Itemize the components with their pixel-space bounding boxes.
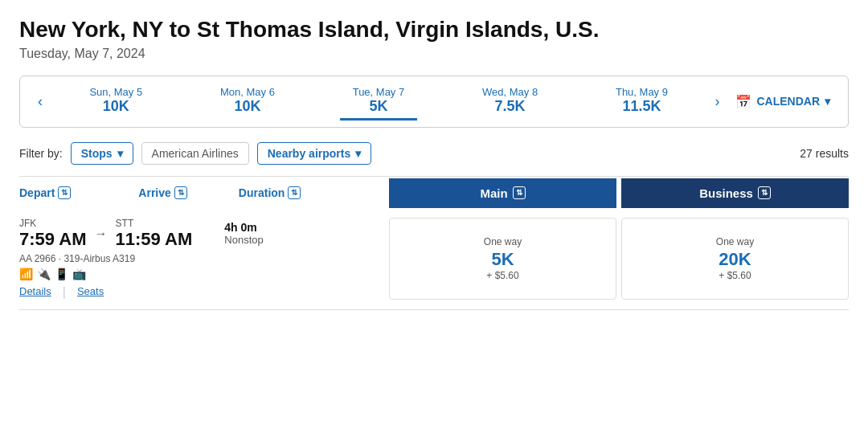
date-option[interactable]: Mon, May 6 10K <box>207 83 288 121</box>
depart-time: 7:59 AM <box>19 229 87 250</box>
arrive-time: 11:59 AM <box>116 229 193 250</box>
business-price-cell[interactable]: One way 20K + $5.60 <box>621 218 849 300</box>
seats-link[interactable]: Seats <box>77 285 104 300</box>
main-sort-icon: ⇅ <box>513 186 526 199</box>
main-column-header[interactable]: Main ⇅ <box>389 178 616 208</box>
business-price-label: One way <box>716 236 754 247</box>
date-option-price: 5K <box>369 98 387 115</box>
price-column-headers: Main ⇅ Business ⇅ <box>389 178 849 208</box>
nearby-airports-label: Nearby airports <box>268 147 350 160</box>
nearby-airports-filter-button[interactable]: Nearby airports ▾ <box>257 142 371 165</box>
depart-sort-button[interactable]: Depart ⇅ <box>19 186 71 199</box>
tv-icon: 📺 <box>72 268 86 280</box>
date-option-price: 7.5K <box>495 98 526 115</box>
main-label: Main <box>480 186 507 200</box>
date-option-price: 10K <box>103 98 129 115</box>
flights-list: JFK 7:59 AM → STT 11:59 AM 4h 0m Nonstop… <box>19 208 849 310</box>
stops-filter-button[interactable]: Stops ▾ <box>71 142 133 165</box>
date-option-label: Tue, May 7 <box>353 86 405 98</box>
calendar-button[interactable]: 📅 CALENDAR ▾ <box>727 94 838 109</box>
flight-times: JFK 7:59 AM → STT 11:59 AM 4h 0m Nonstop <box>19 218 389 250</box>
divider <box>19 176 849 177</box>
results-count: 27 results <box>800 147 849 160</box>
flight-details: AA 2966 · 319-Airbus A319 <box>19 253 389 264</box>
flight-row: JFK 7:59 AM → STT 11:59 AM 4h 0m Nonstop… <box>19 208 849 310</box>
filter-row: Filter by: Stops ▾ American Airlines Nea… <box>19 142 849 165</box>
stops-value: Nonstop <box>224 234 263 246</box>
flight-number: AA 2966 · 319-Airbus A319 <box>19 253 135 264</box>
date-option[interactable]: Tue, May 7 5K <box>340 83 418 121</box>
arrive-label: Arrive <box>138 186 170 199</box>
main-price-cell[interactable]: One way 5K + $5.60 <box>389 218 616 300</box>
page-title: New York, NY to St Thomas Island, Virgin… <box>19 16 849 43</box>
date-option-label: Thu, May 9 <box>616 86 668 98</box>
business-price-fee: + $5.60 <box>719 270 751 281</box>
airline-filter-button[interactable]: American Airlines <box>141 142 249 165</box>
date-next-button[interactable]: › <box>706 93 727 110</box>
date-option-label: Mon, May 6 <box>220 86 275 98</box>
screen-icon: 📱 <box>55 268 68 280</box>
date-option-price: 11.5K <box>622 98 661 115</box>
dest-code: STT <box>116 218 193 229</box>
date-selector-bar: ‹ Sun, May 5 10K Mon, May 6 10K Tue, May… <box>19 76 849 128</box>
duration-sort-button[interactable]: Duration ⇅ <box>239 186 301 199</box>
main-price-label: One way <box>484 236 522 247</box>
date-option[interactable]: Sun, May 5 10K <box>76 83 155 121</box>
business-price-value: 20K <box>719 249 751 270</box>
details-link[interactable]: Details <box>19 285 51 300</box>
date-option-price: 10K <box>234 98 260 115</box>
amenity-icons: 📶🔌📱📺 <box>19 268 389 280</box>
date-option[interactable]: Wed, May 8 7.5K <box>469 83 551 121</box>
flight-links: Details | Seats <box>19 285 389 300</box>
origin-code: JFK <box>19 218 87 229</box>
date-option-label: Sun, May 5 <box>89 86 142 98</box>
duration-value: 4h 0m <box>224 221 263 234</box>
main-price-fee: + $5.60 <box>486 270 518 281</box>
travel-info-header-spacer: Depart ⇅ Arrive ⇅ Duration ⇅ <box>19 178 389 208</box>
filter-label: Filter by: <box>19 147 63 160</box>
wifi-icon: 📶 <box>19 268 33 280</box>
duration-label: Duration <box>239 186 285 199</box>
duration-info: 4h 0m Nonstop <box>224 221 263 246</box>
flight-arrow-icon: → <box>95 227 108 241</box>
page-subtitle: Tuesday, May 7, 2024 <box>19 47 849 61</box>
date-options: Sun, May 5 10K Mon, May 6 10K Tue, May 7… <box>51 83 706 121</box>
calendar-label: CALENDAR <box>756 95 820 108</box>
stops-chevron-icon: ▾ <box>117 147 123 160</box>
power-icon: 🔌 <box>37 268 51 280</box>
calendar-icon: 📅 <box>735 94 751 109</box>
arrive-sort-button[interactable]: Arrive ⇅ <box>138 186 186 199</box>
depart-sort-icon: ⇅ <box>58 186 71 199</box>
date-option[interactable]: Thu, May 9 11.5K <box>603 83 681 121</box>
business-sort-icon: ⇅ <box>758 186 771 199</box>
business-column-header[interactable]: Business ⇅ <box>621 178 849 208</box>
depart-label: Depart <box>19 186 55 199</box>
date-option-label: Wed, May 8 <box>482 86 538 98</box>
column-headers: Depart ⇅ Arrive ⇅ Duration ⇅ Main ⇅ Busi… <box>19 178 849 208</box>
main-price-value: 5K <box>491 249 514 270</box>
airline-filter-label: American Airlines <box>152 147 239 160</box>
price-cells: One way 5K + $5.60 One way 20K + $5.60 <box>389 218 849 300</box>
duration-sort-icon: ⇅ <box>288 186 301 199</box>
calendar-chevron-icon: ▾ <box>825 95 830 108</box>
arrive-sort-icon: ⇅ <box>174 186 187 199</box>
travel-columns: Depart ⇅ Arrive ⇅ Duration ⇅ <box>19 178 389 207</box>
nearby-chevron-icon: ▾ <box>355 147 361 160</box>
destination: STT 11:59 AM <box>116 218 193 250</box>
stops-filter-label: Stops <box>81 147 113 160</box>
flight-info: JFK 7:59 AM → STT 11:59 AM 4h 0m Nonstop… <box>19 218 389 300</box>
date-prev-button[interactable]: ‹ <box>30 93 51 110</box>
origin: JFK 7:59 AM <box>19 218 87 250</box>
business-label: Business <box>699 186 753 200</box>
